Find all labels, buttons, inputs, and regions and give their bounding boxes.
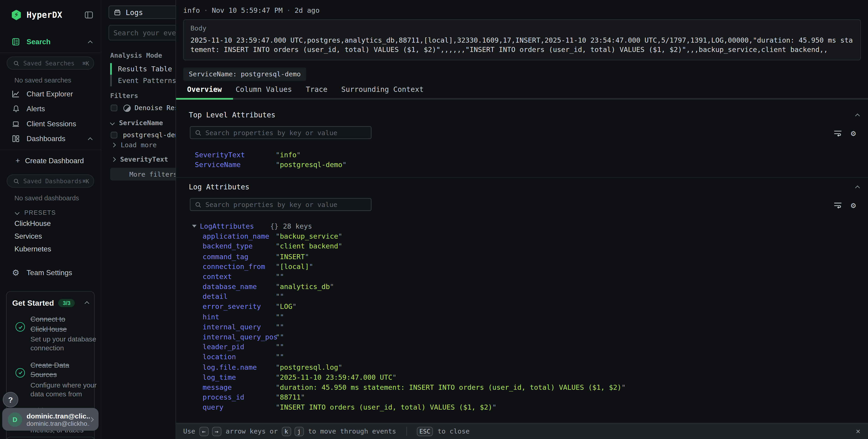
body-label: Body	[190, 24, 854, 32]
log-attributes-search-input[interactable]: Search properties by key or value	[190, 198, 372, 211]
section-title: Top Level Attributes	[189, 111, 856, 119]
chevron-down-icon	[15, 210, 20, 215]
brand-name: HyperDX	[27, 10, 85, 20]
saved-searches-input[interactable]: Saved Searches ⌘K	[7, 57, 94, 70]
braces-icon: {}	[270, 222, 279, 230]
sidebar-item-label: Search	[27, 38, 89, 46]
wrap-text-icon[interactable]	[834, 130, 842, 137]
top-attributes-search-input[interactable]: Search properties by key or value	[190, 126, 372, 139]
logattributes-name: LogAttributes	[200, 222, 270, 230]
create-dashboard-button[interactable]: + Create Dashboard	[0, 153, 101, 168]
chevron-down-icon	[110, 121, 115, 125]
brand-row: ⚡ HyperDX	[0, 0, 101, 30]
sidebar-item-search[interactable]: Search	[0, 34, 101, 50]
settings-gear-icon[interactable]: ⚙	[851, 129, 856, 138]
attribute-row[interactable]: database_name "analytics_db"	[176, 282, 868, 291]
attribute-row[interactable]: backend_type "client backend"	[176, 241, 868, 251]
attribute-row[interactable]: connection_from "[local]"	[176, 261, 868, 272]
attribute-value: info	[280, 151, 297, 159]
load-more-label: Load more	[121, 141, 157, 149]
denoise-checkbox[interactable]	[111, 105, 117, 111]
preset-item[interactable]: Services	[0, 230, 101, 243]
shortcut-badge: ⌘K	[83, 60, 89, 66]
attribute-row[interactable]: process_id "88711"	[176, 392, 868, 402]
attribute-row[interactable]: error_severity "LOG"	[176, 302, 868, 312]
servicename-option-label: postgresql-demo	[123, 131, 183, 139]
get-started-item-title: Connect to ClickHouse	[31, 314, 96, 334]
sidebar-collapse-icon[interactable]	[85, 11, 93, 19]
attribute-key: internal_query	[203, 322, 276, 331]
sidebar-item-alerts[interactable]: Alerts	[0, 101, 101, 116]
chevron-up-icon	[88, 137, 93, 142]
presets-toggle[interactable]: PRESETS	[0, 204, 101, 217]
attribute-row[interactable]: internal_query ""	[176, 322, 868, 332]
severitytext-group-toggle[interactable]: SeverityText	[112, 155, 168, 163]
attribute-row[interactable]: log.file.name "postgresql.log"	[176, 362, 868, 372]
body-text: 2025-11-10 23:59:47.000 UTC,postgres,ana…	[190, 35, 854, 54]
attribute-key: error_severity	[203, 303, 276, 311]
active-tab-underline	[176, 98, 233, 100]
attribute-row[interactable]: query "INSERT INTO orders (user_id, tota…	[176, 402, 868, 412]
get-started-item-title: Create Data Sources	[31, 360, 96, 379]
preset-item[interactable]: ClickHouse	[0, 217, 101, 230]
attribute-row[interactable]: SeverityText "info"	[176, 150, 868, 160]
get-started-item-desc: Configure where your data comes from	[31, 381, 97, 399]
servicename-option[interactable]: postgresql-demo	[111, 131, 183, 139]
wrap-text-icon[interactable]	[834, 202, 842, 210]
chevron-up-icon[interactable]	[855, 186, 860, 190]
settings-gear-icon[interactable]: ⚙	[851, 202, 856, 210]
servicename-checkbox[interactable]	[111, 132, 117, 138]
event-age: 2d ago	[294, 6, 319, 14]
denoise-icon	[124, 104, 131, 112]
triangle-down-icon	[192, 225, 196, 227]
attribute-row[interactable]: internal_query_pos ""	[176, 332, 868, 342]
load-more[interactable]: Load more	[112, 141, 157, 149]
service-tag[interactable]: ServiceName: postgresql-demo	[183, 67, 306, 81]
sidebar-item-label: Alerts	[27, 105, 92, 113]
attribute-row[interactable]: hint ""	[176, 312, 868, 322]
tab-overview[interactable]: Overview	[187, 85, 222, 98]
chevron-up-icon[interactable]	[855, 113, 860, 118]
user-name: dominic.tran@clic...	[27, 412, 90, 420]
top-attributes-table: SeverityText "info" ServiceName "postgre…	[176, 150, 868, 169]
saved-dashboards-input[interactable]: Saved Dashboards ⌘K	[7, 175, 94, 188]
sidebar-item-dashboards[interactable]: Dashboards	[0, 131, 101, 146]
attribute-row[interactable]: ServiceName "postgresql-demo"	[176, 160, 868, 169]
logattributes-root-row[interactable]: LogAttributes {} 28 keys	[176, 221, 868, 231]
attribute-row[interactable]: location ""	[176, 352, 868, 362]
attribute-value: LOG	[280, 303, 292, 311]
divider	[406, 427, 407, 436]
mode-event-patterns[interactable]: Event Patterns	[110, 75, 176, 86]
user-menu[interactable]: D dominic.tran@clic... dominic.tran@clic…	[2, 408, 99, 431]
mode-results-table[interactable]: Results Table	[110, 63, 176, 75]
help-button[interactable]: ?	[3, 392, 18, 407]
attribute-row[interactable]: context ""	[176, 272, 868, 282]
attribute-row[interactable]: leader_pid ""	[176, 342, 868, 352]
tab-column-values[interactable]: Column Values	[236, 85, 292, 98]
servicename-group-toggle[interactable]: ServiceName	[111, 119, 163, 127]
filters-label: Filters	[110, 92, 138, 100]
attribute-value: backup_service	[280, 232, 338, 240]
sidebar-item-client-sessions[interactable]: Client Sessions	[0, 116, 101, 131]
bell-icon	[11, 105, 21, 113]
saved-searches-placeholder: Saved Searches	[23, 60, 83, 67]
tab-surrounding-context[interactable]: Surrounding Context	[341, 85, 424, 98]
tab-trace[interactable]: Trace	[306, 85, 327, 98]
attribute-row[interactable]: log_time "2025-11-10 23:59:47.000 UTC"	[176, 372, 868, 382]
k-key: k	[281, 427, 291, 436]
attribute-key: command_tag	[203, 252, 276, 260]
sidebar-item-chart-explorer[interactable]: Chart Explorer	[0, 86, 101, 101]
sidebar-item-team-settings[interactable]: ⚙ Team Settings	[0, 265, 101, 280]
close-icon[interactable]: ✕	[856, 427, 860, 435]
attribute-key: process_id	[203, 393, 276, 401]
attribute-row[interactable]: detail ""	[176, 291, 868, 302]
detail-tabs: Overview Column Values Trace Surrounding…	[187, 84, 868, 98]
attribute-key: SeverityText	[195, 151, 276, 159]
attribute-row[interactable]: application_name "backup_service"	[176, 231, 868, 241]
attribute-row[interactable]: command_tag "INSERT"	[176, 251, 868, 261]
attribute-row[interactable]: message "duration: 45.950 ms statement: …	[176, 382, 868, 392]
chevron-up-icon[interactable]	[85, 301, 89, 306]
saved-dashboards-placeholder: Saved Dashboards	[23, 177, 83, 185]
severitytext-group-label: SeverityText	[120, 155, 168, 163]
preset-item[interactable]: Kubernetes	[0, 243, 101, 255]
